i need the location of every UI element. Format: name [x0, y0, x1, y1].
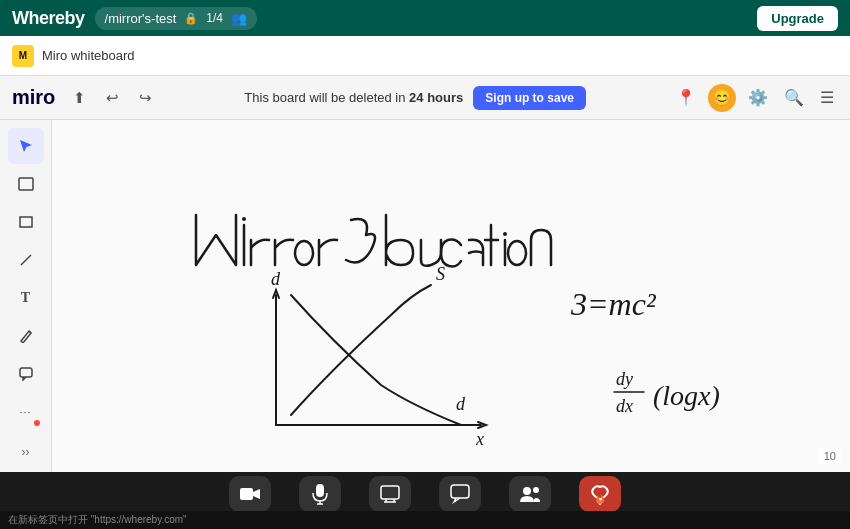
- svg-rect-0: [19, 178, 33, 190]
- main-area: T ··· ››: [0, 120, 850, 472]
- miro-toolbar: miro ⬆ ↩ ↪ This board will be deleted in…: [0, 76, 850, 120]
- comment-tool[interactable]: [8, 356, 44, 392]
- upload-button[interactable]: ⬆: [67, 85, 92, 111]
- sidebar-expand-button[interactable]: ››: [8, 440, 44, 464]
- miro-board-title: Miro whiteboard: [42, 48, 135, 63]
- room-info[interactable]: /mirror's-test 🔒 1/4 👥: [95, 7, 258, 30]
- svg-point-8: [503, 232, 507, 236]
- mic-button[interactable]: [299, 476, 341, 512]
- undo-button[interactable]: ↩: [100, 85, 125, 111]
- svg-point-30: [523, 487, 531, 495]
- svg-line-2: [21, 255, 31, 265]
- miro-logo: miro: [12, 86, 55, 109]
- svg-text:dy: dy: [616, 369, 633, 389]
- rectangle-tool[interactable]: [8, 204, 44, 240]
- left-sidebar: T ··· ››: [0, 120, 52, 472]
- svg-rect-1: [20, 217, 32, 227]
- notification-dot: [34, 420, 40, 426]
- svg-text:d: d: [271, 269, 281, 289]
- svg-point-31: [533, 487, 539, 493]
- svg-text:dx: dx: [616, 396, 633, 416]
- whereby-nav-bar: Whereby /mirror's-test 🔒 1/4 👥 Upgrade: [0, 0, 850, 36]
- svg-text:3=mc²: 3=mc²: [570, 286, 657, 322]
- whiteboard: S d x d 3=mc² dy d: [52, 120, 850, 472]
- participant-count: 1/4: [206, 11, 223, 25]
- svg-point-6: [242, 217, 246, 221]
- search-button[interactable]: 🔍: [780, 84, 808, 111]
- user-avatar: 😊: [708, 84, 736, 112]
- line-tool[interactable]: [8, 242, 44, 278]
- upgrade-button[interactable]: Upgrade: [757, 6, 838, 31]
- room-name: /mirror's-test: [105, 11, 177, 26]
- svg-rect-22: [316, 484, 324, 497]
- status-bar: 在新标签页中打开 "https://whereby.com": [0, 511, 850, 529]
- toolbar-right: 📍 😊 ⚙️ 🔍 ☰: [672, 84, 838, 112]
- notif-highlight: 24 hours: [406, 90, 464, 105]
- svg-rect-4: [20, 368, 32, 377]
- text-tool[interactable]: T: [8, 280, 44, 316]
- menu-button[interactable]: ☰: [816, 84, 838, 111]
- more-tools[interactable]: ···: [8, 394, 44, 430]
- status-text: 在新标签页中打开 "https://whereby.com": [8, 513, 187, 527]
- location-button[interactable]: 📍: [672, 84, 700, 111]
- miro-app-icon: M: [12, 45, 34, 67]
- svg-line-3: [29, 331, 31, 333]
- page-indicator: 10: [818, 448, 842, 464]
- stop-button[interactable]: [369, 476, 411, 512]
- notif-before: This board will be deleted in: [244, 90, 405, 105]
- svg-rect-5: [61, 120, 841, 472]
- svg-rect-29: [451, 485, 469, 498]
- signup-button[interactable]: Sign up to save: [473, 86, 586, 110]
- svg-rect-21: [240, 488, 253, 500]
- frame-tool[interactable]: [8, 166, 44, 202]
- settings-button[interactable]: ⚙️: [744, 84, 772, 111]
- miro-topbar: M Miro whiteboard: [0, 36, 850, 76]
- svg-text:d: d: [456, 394, 466, 414]
- bottom-bar: Cam Mic Stop Chat People: [0, 472, 850, 529]
- svg-text:(logx): (logx): [653, 380, 720, 411]
- notification-bar: This board will be deleted in 24 hours S…: [166, 86, 664, 110]
- chat-button[interactable]: [439, 476, 481, 512]
- cam-button[interactable]: [229, 476, 271, 512]
- people-button[interactable]: [509, 476, 551, 512]
- lock-icon: 🔒: [184, 12, 198, 25]
- svg-text:x: x: [475, 429, 484, 449]
- svg-rect-25: [381, 486, 399, 499]
- notification-text: This board will be deleted in 24 hours: [244, 90, 463, 105]
- svg-text:S: S: [436, 264, 445, 284]
- participant-icon: 👥: [231, 11, 247, 26]
- select-tool[interactable]: [8, 128, 44, 164]
- whereby-logo: Whereby: [12, 8, 85, 29]
- redo-button[interactable]: ↪: [133, 85, 158, 111]
- canvas-area[interactable]: S d x d 3=mc² dy d: [52, 120, 850, 472]
- leave-button[interactable]: [579, 476, 621, 512]
- pen-tool[interactable]: [8, 318, 44, 354]
